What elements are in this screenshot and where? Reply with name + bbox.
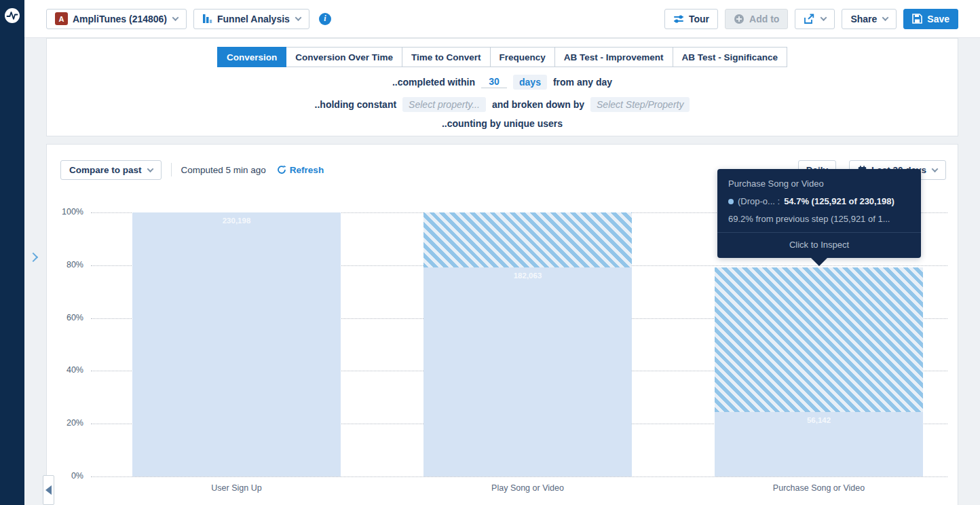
tooltip-body: Purchase Song or Video (Drop-o... : 54.7… <box>717 169 921 232</box>
x-axis-category-label: Play Song or Video <box>423 483 632 493</box>
chart-panel: Compare to past Computed 5 min ago Refre… <box>46 144 958 505</box>
chevron-down-icon <box>932 166 939 172</box>
gridline <box>91 476 947 477</box>
tab-frequency[interactable]: Frequency <box>490 47 555 67</box>
conversion-window-unit-select[interactable]: days <box>513 75 547 90</box>
funnel-chart-icon <box>202 14 212 24</box>
funnel-bar-converted[interactable] <box>423 267 632 476</box>
counting-by-row: ..counting by unique users <box>442 118 563 129</box>
x-axis-category-label: Purchase Song or Video <box>715 483 923 493</box>
funnel-definition-panel: ConversionConversion Over TimeTime to Co… <box>46 38 958 136</box>
tab-time-to-convert[interactable]: Time to Convert <box>402 47 491 67</box>
project-label: AmpliTunes (214806) <box>73 14 167 24</box>
chart-type-label: Funnel Analysis <box>217 14 290 24</box>
save-button[interactable]: Save <box>903 9 958 29</box>
funnel-bar-dropoff[interactable] <box>715 267 923 412</box>
chevron-down-icon <box>172 14 179 21</box>
tooltip-value: 54.7% (125,921 of 230,198) <box>784 196 894 206</box>
series-dot-icon <box>728 199 734 204</box>
left-triangle-icon <box>45 485 52 495</box>
y-axis-tick-label: 40% <box>54 365 83 375</box>
completed-within-label: ..completed within <box>392 77 475 88</box>
tour-label: Tour <box>689 14 709 24</box>
tooltip-dropoff-line: (Drop-o... : 54.7% (125,921 of 230,198) <box>728 196 910 206</box>
y-axis-tick-label: 100% <box>54 207 83 217</box>
y-axis-tick-label: 20% <box>54 418 83 428</box>
y-axis-tick-label: 60% <box>54 313 83 322</box>
share-button[interactable]: Share <box>842 9 897 29</box>
save-label: Save <box>927 14 949 24</box>
holding-constant-label: ..holding constant <box>315 99 397 110</box>
chevron-down-icon <box>882 14 889 21</box>
chart-tooltip[interactable]: Purchase Song or Video (Drop-o... : 54.7… <box>717 169 921 258</box>
add-to-label: Add to <box>749 14 779 24</box>
info-icon[interactable]: i <box>319 13 331 25</box>
chevron-down-icon <box>147 166 153 172</box>
funnel-bar-converted[interactable] <box>715 412 923 476</box>
scroll-left-button[interactable] <box>43 475 54 505</box>
tab-conversion[interactable]: Conversion <box>217 47 286 67</box>
tooltip-step-title: Purchase Song or Video <box>728 179 910 189</box>
tab-ab-test-improvement[interactable]: AB Test - Improvement <box>554 47 673 67</box>
tour-sliders-icon <box>673 14 684 24</box>
view-tabs: ConversionConversion Over TimeTime to Co… <box>217 47 787 67</box>
tab-ab-test-significance[interactable]: AB Test - Significance <box>673 47 788 67</box>
breakdown-select[interactable]: Select Step/Property <box>590 97 690 112</box>
tab-conversion-over-time[interactable]: Conversion Over Time <box>286 47 402 67</box>
computed-status-text: Computed 5 min ago <box>181 165 266 175</box>
project-badge: A <box>55 12 68 25</box>
divider <box>171 163 172 176</box>
from-any-day-label: from any day <box>553 77 612 88</box>
project-selector[interactable]: A AmpliTunes (214806) <box>46 9 187 29</box>
plus-circle-icon <box>734 14 745 24</box>
chevron-down-icon <box>295 14 301 21</box>
tooltip-previous-step-line: 69.2% from previous step (125,921 of 1..… <box>728 214 910 224</box>
expand-sidebar-chevron-icon[interactable] <box>29 252 38 262</box>
holding-constant-row: ..holding constant Select property... an… <box>315 97 690 112</box>
chart-type-selector[interactable]: Funnel Analysis <box>193 9 309 29</box>
tooltip-series-label: (Drop-o... : <box>738 196 780 206</box>
refresh-label: Refresh <box>290 165 324 175</box>
y-axis-tick-label: 0% <box>54 471 83 481</box>
tooltip-click-to-inspect[interactable]: Click to Inspect <box>717 232 921 258</box>
export-icon <box>804 14 815 24</box>
broken-down-by-label: and broken down by <box>492 99 584 110</box>
add-to-button[interactable]: Add to <box>725 9 788 29</box>
refresh-icon <box>277 165 286 174</box>
x-axis-category-label: User Sign Up <box>132 483 341 493</box>
tour-button[interactable]: Tour <box>664 9 718 29</box>
counting-by-label[interactable]: ..counting by unique users <box>442 118 563 129</box>
holding-constant-select[interactable]: Select property... <box>402 97 486 112</box>
completed-within-row: ..completed within 30 days from any day <box>392 75 612 90</box>
y-axis-tick-label: 80% <box>54 260 83 269</box>
funnel-bar-dropoff[interactable] <box>423 212 632 267</box>
amplitude-logo-icon[interactable] <box>5 8 20 23</box>
refresh-link[interactable]: Refresh <box>277 165 324 175</box>
funnel-bar-converted[interactable] <box>132 212 341 476</box>
tooltip-arrow <box>810 257 828 266</box>
app-root: A AmpliTunes (214806) Funnel Analysis i … <box>0 0 980 505</box>
compare-to-past-dropdown[interactable]: Compare to past <box>60 160 162 180</box>
chevron-down-icon <box>821 14 827 21</box>
top-toolbar: A AmpliTunes (214806) Funnel Analysis i … <box>24 0 980 38</box>
save-floppy-icon <box>912 14 922 24</box>
left-nav-rail <box>0 0 24 505</box>
compare-to-past-label: Compare to past <box>69 165 142 175</box>
export-button[interactable] <box>795 9 835 29</box>
share-label: Share <box>850 14 877 24</box>
conversion-window-input[interactable]: 30 <box>481 76 507 88</box>
